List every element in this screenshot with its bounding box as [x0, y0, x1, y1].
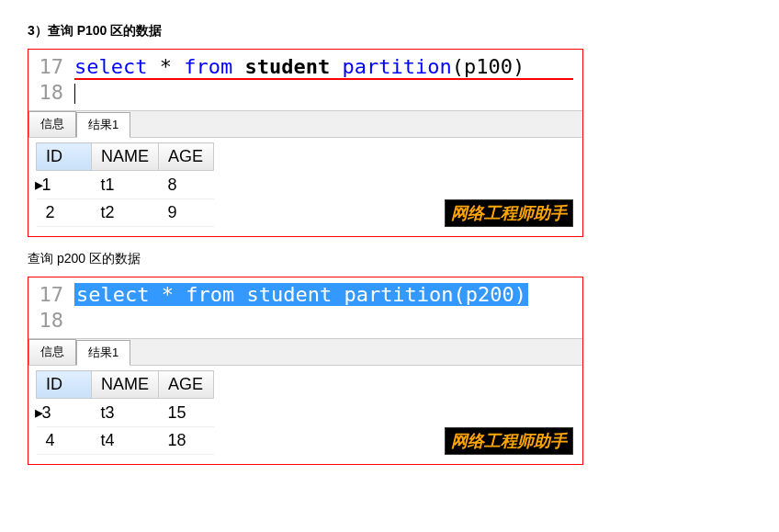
selected-text: select * from student partition(p200)	[74, 283, 528, 306]
code-line-18	[74, 80, 582, 106]
col-id[interactable]: ID	[37, 371, 92, 399]
line-number: 17	[28, 54, 74, 80]
cell-id: 2	[37, 199, 92, 227]
tab-result1[interactable]: 结果1	[76, 340, 130, 366]
keyword-from: from	[184, 55, 232, 78]
cursor-icon	[74, 84, 75, 104]
result-tabs: 信息 结果1	[28, 339, 582, 366]
cell-name: t3	[92, 399, 159, 427]
cell-name: t1	[92, 171, 159, 199]
result-area-2: ID NAME AGE ▸3 t3 15 4 t4 18 网络工程师助手	[28, 366, 582, 464]
keyword-select: select	[74, 55, 147, 78]
table-row[interactable]: 4 t4 18	[37, 427, 214, 455]
sql-editor-2[interactable]: 17 select * from student partition(p200)…	[28, 277, 582, 339]
col-name[interactable]: NAME	[92, 371, 159, 399]
line-number: 17	[28, 282, 74, 308]
partition-param: (p100)	[452, 55, 525, 78]
col-id[interactable]: ID	[37, 143, 92, 171]
watermark: 网络工程师助手	[445, 199, 573, 227]
code-line-18	[74, 308, 582, 334]
tab-info[interactable]: 信息	[28, 339, 76, 365]
cell-id: 1	[42, 175, 51, 194]
row-current-icon: ▸	[35, 402, 42, 423]
section2-title: 查询 p200 区的数据	[28, 251, 751, 267]
code-line-17: select * from student partition(p200)	[74, 282, 582, 308]
watermark: 网络工程师助手	[445, 427, 573, 455]
tab-result1[interactable]: 结果1	[76, 112, 130, 138]
table-row[interactable]: ▸3 t3 15	[37, 399, 214, 427]
cell-name: t2	[92, 199, 159, 227]
keyword-partition: partition	[342, 55, 451, 78]
cell-age: 9	[159, 199, 214, 227]
col-age[interactable]: AGE	[159, 143, 214, 171]
section1-title: 3）查询 P100 区的数据	[28, 23, 751, 40]
cell-id: 4	[37, 427, 92, 455]
panel-p200: 17 select * from student partition(p200)…	[28, 277, 583, 465]
tab-info[interactable]: 信息	[28, 111, 76, 137]
line-number: 18	[28, 80, 74, 106]
cell-id: 3	[42, 403, 51, 422]
result-table-1[interactable]: ID NAME AGE ▸1 t1 8 2 t2 9	[36, 142, 214, 227]
line-number: 18	[28, 308, 74, 334]
result-table-2[interactable]: ID NAME AGE ▸3 t3 15 4 t4 18	[36, 370, 214, 455]
star: *	[160, 55, 172, 78]
cell-age: 18	[159, 427, 214, 455]
col-name[interactable]: NAME	[92, 143, 159, 171]
table-student: student	[244, 55, 330, 78]
sql-editor-1[interactable]: 17 select * from student partition(p100)…	[28, 50, 582, 111]
col-age[interactable]: AGE	[159, 371, 214, 399]
cell-age: 15	[159, 399, 214, 427]
table-row[interactable]: 2 t2 9	[37, 199, 214, 227]
cell-name: t4	[92, 427, 159, 455]
code-line-17: select * from student partition(p100)	[74, 54, 582, 80]
cell-age: 8	[159, 171, 214, 199]
row-current-icon: ▸	[35, 175, 42, 195]
result-tabs: 信息 结果1	[28, 111, 582, 138]
result-area-1: ID NAME AGE ▸1 t1 8 2 t2 9 网络工程师助手	[28, 138, 582, 236]
table-row[interactable]: ▸1 t1 8	[37, 171, 214, 199]
panel-p100: 17 select * from student partition(p100)…	[28, 49, 583, 237]
